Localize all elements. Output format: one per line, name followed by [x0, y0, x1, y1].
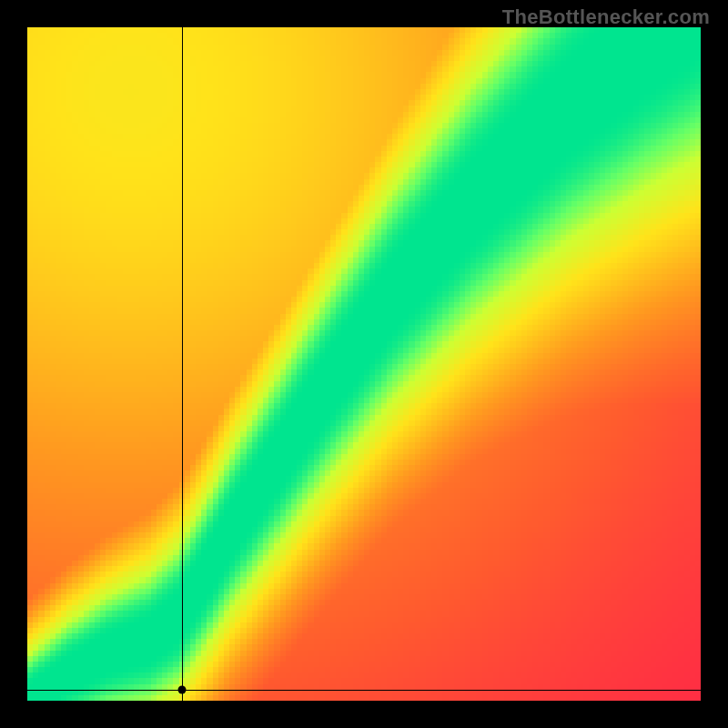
axis-y-line [182, 27, 183, 701]
heatmap-canvas [27, 27, 701, 701]
marker-dot [178, 686, 187, 694]
plot-area [27, 27, 701, 701]
axis-x-line [27, 690, 701, 691]
attribution-text: TheBottlenecker.com [502, 5, 710, 29]
chart-frame: TheBottlenecker.com [0, 0, 728, 728]
